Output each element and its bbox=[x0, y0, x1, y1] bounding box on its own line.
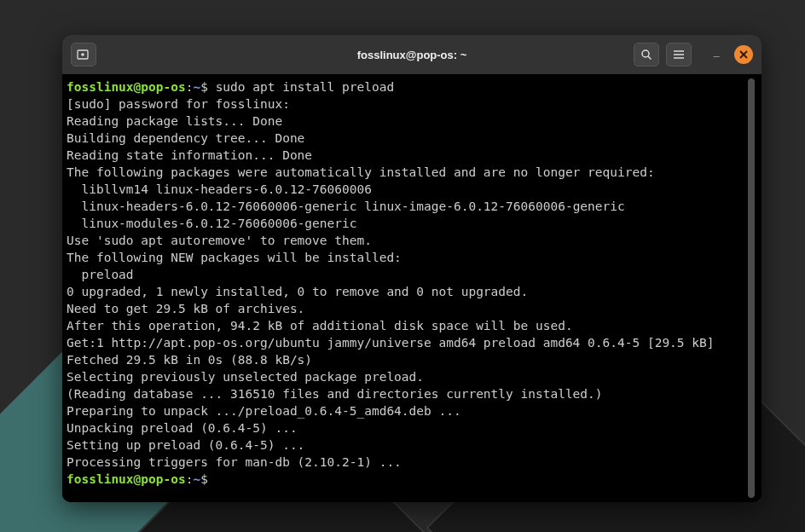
terminal-prompt-line: fosslinux@pop-os:~$ sudo apt install pre… bbox=[67, 78, 744, 95]
window-controls: _ bbox=[707, 45, 753, 64]
prompt-at: @ bbox=[134, 472, 142, 486]
terminal-output-line: Fetched 29.5 kB in 0s (88.8 kB/s) bbox=[67, 351, 744, 368]
terminal-output-line: Setting up preload (0.6.4-5) ... bbox=[67, 437, 744, 454]
terminal-output-line: (Reading database ... 316510 files and d… bbox=[67, 385, 744, 402]
minimize-button[interactable]: _ bbox=[707, 45, 726, 64]
terminal-command: sudo apt install preload bbox=[216, 80, 395, 94]
prompt-path: ~ bbox=[193, 472, 200, 486]
prompt-at: @ bbox=[134, 80, 142, 94]
menu-button[interactable] bbox=[666, 43, 692, 66]
terminal-output-line: Building dependency tree... Done bbox=[67, 130, 744, 147]
prompt-dollar: $ bbox=[200, 472, 215, 486]
terminal-output-line: linux-headers-6.0.12-76060006-generic li… bbox=[67, 198, 744, 215]
terminal-output-line: Use 'sudo apt autoremove' to remove them… bbox=[67, 232, 744, 249]
terminal-output-line: After this operation, 94.2 kB of additio… bbox=[67, 317, 744, 334]
terminal-output-line: libllvm14 linux-headers-6.0.12-76060006 bbox=[67, 181, 744, 198]
new-tab-icon bbox=[77, 49, 90, 61]
terminal-output-line: 0 upgraded, 1 newly installed, 0 to remo… bbox=[67, 283, 744, 300]
hamburger-icon bbox=[673, 49, 685, 60]
prompt-dollar: $ bbox=[200, 80, 215, 94]
search-button[interactable] bbox=[634, 43, 659, 66]
terminal-output-line: The following packages were automaticall… bbox=[67, 164, 744, 181]
window-title: fosslinux@pop-os: ~ bbox=[357, 49, 467, 61]
close-icon bbox=[739, 50, 748, 59]
prompt-user: fosslinux bbox=[67, 80, 134, 94]
terminal-prompt-line: fosslinux@pop-os:~$ bbox=[67, 471, 744, 488]
prompt-host: pop-os bbox=[141, 472, 185, 486]
terminal-output-line: Preparing to unpack .../preload_0.6.4-5_… bbox=[67, 402, 744, 419]
terminal-body[interactable]: fosslinux@pop-os:~$ sudo apt install pre… bbox=[62, 74, 762, 502]
prompt-user: fosslinux bbox=[67, 472, 134, 486]
terminal-output-line: Selecting previously unselected package … bbox=[67, 368, 744, 385]
terminal-output-line: Get:1 http://apt.pop-os.org/ubuntu jammy… bbox=[67, 334, 744, 351]
terminal-output-line: The following NEW packages will be insta… bbox=[67, 249, 744, 266]
svg-point-3 bbox=[642, 50, 649, 57]
terminal-content[interactable]: fosslinux@pop-os:~$ sudo apt install pre… bbox=[67, 78, 744, 498]
terminal-output-line: Reading state information... Done bbox=[67, 147, 744, 164]
window-titlebar[interactable]: fosslinux@pop-os: ~ _ bbox=[62, 35, 762, 74]
terminal-output-line: Processing triggers for man-db (2.10.2-1… bbox=[67, 454, 744, 471]
prompt-path: ~ bbox=[193, 80, 200, 94]
prompt-host: pop-os bbox=[141, 80, 185, 94]
new-tab-button[interactable] bbox=[71, 43, 96, 66]
scrollbar[interactable] bbox=[748, 78, 755, 498]
svg-line-4 bbox=[648, 56, 652, 60]
terminal-window: fosslinux@pop-os: ~ _ bbox=[62, 35, 762, 502]
minimize-icon: _ bbox=[714, 46, 720, 58]
terminal-output-line: Reading package lists... Done bbox=[67, 113, 744, 130]
close-button[interactable] bbox=[734, 45, 753, 64]
search-icon bbox=[640, 49, 652, 61]
terminal-output-line: [sudo] password for fosslinux: bbox=[67, 95, 744, 113]
terminal-output-line: Need to get 29.5 kB of archives. bbox=[67, 300, 744, 317]
terminal-output-line: Unpacking preload (0.6.4-5) ... bbox=[67, 419, 744, 437]
terminal-output-line: linux-modules-6.0.12-76060006-generic bbox=[67, 215, 744, 232]
terminal-output-line: preload bbox=[67, 266, 744, 283]
